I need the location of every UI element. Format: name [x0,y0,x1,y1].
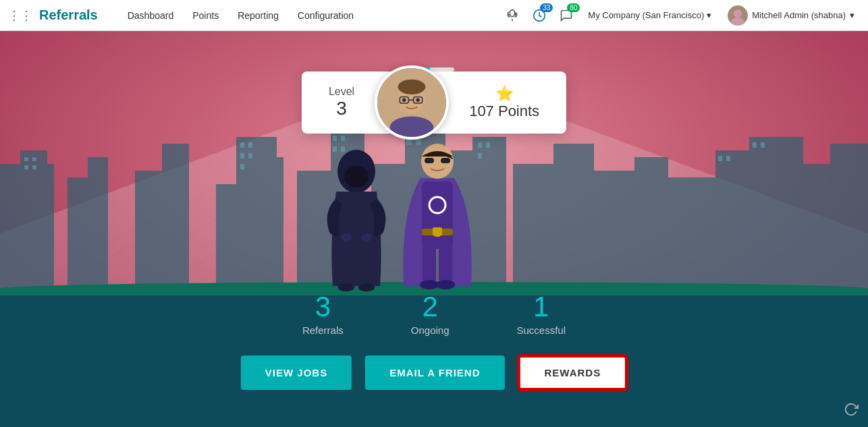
svg-rect-61 [240,164,244,169]
level-value: 3 [329,98,354,119]
view-jobs-button[interactable]: VIEW JOBS [241,355,352,390]
referrals-count: 3 [302,291,344,323]
svg-rect-104 [439,235,452,283]
svg-point-86 [416,98,421,103]
svg-point-81 [398,80,426,94]
company-dropdown-icon: ▾ [707,10,711,20]
svg-point-5 [734,9,742,18]
svg-rect-102 [433,227,442,237]
svg-rect-57 [240,142,244,148]
svg-rect-47 [634,157,668,299]
company-selector[interactable]: My Company (San Francisco) ▾ [582,7,717,23]
svg-point-105 [420,280,439,289]
successful-label: Successful [517,324,566,336]
main-scene: Level 3 ⭐ [0,31,868,427]
svg-point-87 [390,116,434,138]
svg-rect-34 [162,144,189,299]
svg-rect-54 [32,157,36,161]
villain-svg [319,138,394,293]
villain-character [319,138,394,295]
app-brand: Referrals [39,7,98,23]
main-menu: Dashboard Points Reporting Configuration [118,0,363,31]
svg-rect-56 [32,165,36,169]
rewards-button[interactable]: REWARDS [518,355,627,390]
points-value: 107 Points [469,103,539,120]
refresh-button[interactable] [844,402,859,420]
svg-rect-75 [718,156,722,161]
svg-rect-60 [248,153,252,159]
action-buttons: VIEW JOBS EMAIL A FRIEND REWARDS [241,355,627,390]
user-name: Mitchell Admin (shabna) [752,10,846,20]
activity-icon[interactable]: 33 [528,5,550,26]
svg-rect-53 [24,157,28,161]
svg-rect-103 [423,235,436,283]
points-star-icon: ⭐ [469,85,539,103]
svg-rect-76 [726,156,730,161]
company-name: My Company (San Francisco) [588,10,704,20]
stats-section: 3 Referrals 2 Ongoing 1 Successful [302,291,566,336]
nav-dashboard[interactable]: Dashboard [118,0,184,31]
user-dropdown-icon: ▾ [850,10,855,20]
ongoing-count: 2 [411,291,450,323]
svg-rect-32 [88,157,108,299]
ongoing-label: Ongoing [411,324,450,336]
email-friend-button[interactable]: EMAIL A FRIEND [365,355,504,390]
successful-count: 1 [517,291,566,323]
svg-rect-58 [248,142,252,148]
level-card: Level 3 ⭐ [302,72,566,134]
svg-rect-77 [753,142,757,148]
stat-referrals: 3 Referrals [302,291,344,336]
svg-point-92 [341,233,352,241]
messages-icon[interactable]: 80 [555,5,577,26]
nav-configuration[interactable]: Configuration [288,0,363,31]
svg-rect-73 [486,142,490,148]
bug-icon[interactable] [501,5,523,26]
svg-rect-50 [749,137,803,299]
level-label: Level [329,86,354,98]
hero-svg [394,124,481,293]
level-info: Level 3 [329,86,375,119]
svg-point-89 [344,166,369,188]
svg-rect-59 [240,153,244,159]
top-navigation: ⋮⋮ Referrals Dashboard Points Reporting … [0,0,868,31]
referrals-label: Referrals [302,324,344,336]
user-avatar [728,5,748,26]
stat-ongoing: 2 Ongoing [411,291,450,336]
user-level-avatar [375,65,449,140]
svg-rect-48 [668,177,722,299]
svg-point-106 [436,280,455,289]
svg-point-85 [402,98,406,103]
svg-rect-78 [761,142,765,148]
activity-badge: 33 [540,3,553,12]
avatar-face [377,65,446,140]
messages-badge: 80 [567,3,580,12]
stat-successful: 1 Successful [517,291,566,336]
points-info: ⭐ 107 Points [449,85,539,120]
top-right-controls: 33 80 My Company (San Francisco) ▾ Mitch… [501,3,860,28]
svg-rect-52 [830,144,868,299]
apps-grid-icon[interactable]: ⋮⋮ [8,8,32,23]
svg-rect-46 [587,171,634,299]
svg-rect-30 [20,150,47,299]
svg-point-93 [361,233,372,241]
svg-rect-99 [425,158,434,163]
svg-rect-37 [256,157,283,299]
svg-rect-55 [24,165,28,169]
nav-reporting[interactable]: Reporting [228,0,288,31]
svg-rect-100 [441,158,450,163]
nav-points[interactable]: Points [183,0,228,31]
user-menu[interactable]: Mitchell Admin (shabna) ▾ [722,3,860,28]
hero-character [394,124,481,295]
